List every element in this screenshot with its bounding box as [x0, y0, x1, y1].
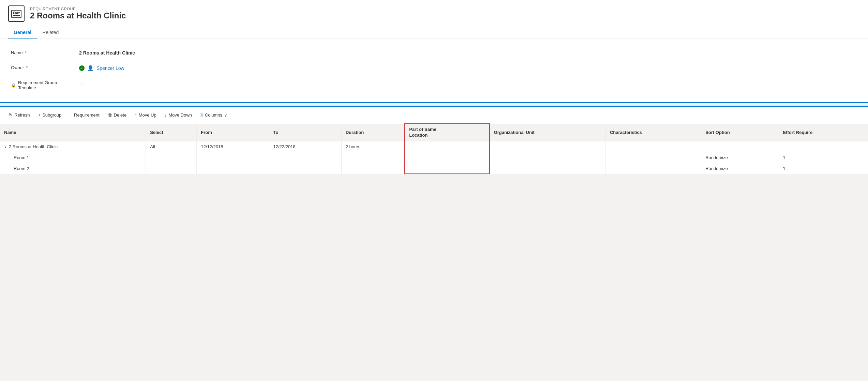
requirement-add-icon: + — [70, 112, 73, 118]
header-subtitle: REQUIREMENT GROUP — [30, 7, 126, 11]
form-label-template: 🔒 Requirement GroupTemplate — [11, 79, 79, 90]
columns-label: Columns — [205, 112, 222, 118]
cell-room1-org-unit — [490, 152, 606, 163]
columns-chevron-icon: ∨ — [224, 112, 227, 118]
delete-button[interactable]: 🗑 Delete — [104, 110, 130, 120]
move-down-icon: ↓ — [165, 112, 167, 118]
cell-room2-name: Room 2 — [0, 163, 146, 174]
cell-room2-org-unit — [490, 163, 606, 174]
col-header-part-of-same: Part of Same Location — [405, 124, 489, 141]
col-header-select: Select — [146, 124, 197, 141]
cell-room2-to — [269, 163, 341, 174]
move-down-label: Move Down — [168, 112, 192, 118]
col-header-to: To — [269, 124, 341, 141]
cell-room2-select — [146, 163, 197, 174]
delete-label: Delete — [114, 112, 127, 118]
refresh-label: Refresh — [14, 112, 30, 118]
data-table: Name Select From To Duration Part of Sam… — [0, 123, 868, 174]
cell-room1-name: Room 1 — [0, 152, 146, 163]
subgroup-button[interactable]: + Subgroup — [35, 110, 65, 120]
cell-group-part-of-same — [405, 141, 489, 152]
columns-filter-icon: ⧖ — [200, 112, 203, 118]
room2-name-value: Room 2 — [4, 166, 29, 171]
cell-group-duration: 2 hours — [341, 141, 405, 152]
form-value-name[interactable]: 2 Rooms at Health Clinic — [79, 49, 857, 56]
cell-room2-part-of-same — [405, 163, 489, 174]
svg-point-1 — [13, 12, 15, 14]
col-header-duration: Duration — [341, 124, 405, 141]
col-header-org-unit: Organizational Unit — [490, 124, 606, 141]
refresh-button[interactable]: ↻ Refresh — [5, 110, 33, 120]
cell-group-sort-option — [701, 141, 779, 152]
tabs-bar: General Related — [0, 26, 868, 39]
table-wrapper: Name Select From To Duration Part of Sam… — [0, 123, 868, 174]
requirement-label: Requirement — [74, 112, 99, 118]
form-value-template[interactable]: --- — [79, 79, 857, 86]
cell-room2-duration — [341, 163, 405, 174]
chevron-down-icon: ∨ — [4, 144, 7, 149]
table-header-row: Name Select From To Duration Part of Sam… — [0, 124, 868, 141]
header-text: REQUIREMENT GROUP 2 Rooms at Health Clin… — [30, 7, 126, 20]
tab-related[interactable]: Related — [37, 26, 64, 39]
cell-room1-duration — [341, 152, 405, 163]
form-row-owner: Owner * 👤 Spencer Low — [11, 61, 857, 76]
col-header-from: From — [197, 124, 269, 141]
room1-name-value: Room 1 — [4, 155, 29, 160]
form-label-owner: Owner * — [11, 64, 79, 70]
cell-room2-sort-option: Randomize — [701, 163, 779, 174]
refresh-icon: ↻ — [9, 112, 13, 118]
requirement-button[interactable]: + Requirement — [66, 110, 103, 120]
form-row-name: Name * 2 Rooms at Health Clinic — [11, 46, 857, 61]
grid-toolbar: ↻ Refresh + Subgroup + Requirement 🗑 Del… — [0, 107, 868, 123]
page-header: REQUIREMENT GROUP 2 Rooms at Health Clin… — [0, 0, 868, 26]
col-header-characteristics: Characteristics — [605, 124, 701, 141]
cell-room1-to — [269, 152, 341, 163]
cell-room2-characteristics — [605, 163, 701, 174]
header-icon — [8, 5, 25, 22]
cell-room1-from — [197, 152, 269, 163]
cell-room1-select — [146, 152, 197, 163]
cell-room1-characteristics — [605, 152, 701, 163]
form-value-owner[interactable]: 👤 Spencer Low — [79, 64, 857, 71]
owner-status-dot — [79, 65, 85, 71]
name-value: 2 Rooms at Health Clinic — [79, 50, 135, 56]
subgroup-icon: + — [38, 112, 41, 118]
name-label-text: Name — [11, 50, 23, 55]
cell-room1-sort-option: Randomize — [701, 152, 779, 163]
template-value: --- — [79, 80, 84, 86]
col-header-sort-option: Sort Option — [701, 124, 779, 141]
cell-group-select: All — [146, 141, 197, 152]
name-required: * — [25, 50, 27, 55]
cell-room1-effort-required: 1 — [779, 152, 868, 163]
move-up-button[interactable]: ↑ Move Up — [131, 110, 160, 120]
cell-group-effort-required — [779, 141, 868, 152]
col-header-effort-required: Effort Require — [779, 124, 868, 141]
cell-room1-part-of-same — [405, 152, 489, 163]
columns-button[interactable]: ⧖ Columns ∨ — [197, 110, 231, 120]
lock-icon: 🔒 — [11, 83, 16, 88]
owner-label-text: Owner — [11, 65, 24, 70]
subgroup-label: Subgroup — [42, 112, 61, 118]
table-row[interactable]: ∨ 2 Rooms at Health Clinic All 12/12/201… — [0, 141, 868, 152]
form-row-template: 🔒 Requirement GroupTemplate --- — [11, 76, 857, 94]
cell-group-to: 12/22/2018 — [269, 141, 341, 152]
header-title: 2 Rooms at Health Clinic — [30, 11, 126, 20]
tab-general[interactable]: General — [8, 26, 37, 39]
form-section: Name * 2 Rooms at Health Clinic Owner * … — [0, 39, 868, 103]
delete-icon: 🗑 — [108, 112, 112, 118]
move-down-button[interactable]: ↓ Move Down — [161, 110, 195, 120]
cell-room2-effort-required: 1 — [779, 163, 868, 174]
grid-section: ↻ Refresh + Subgroup + Requirement 🗑 Del… — [0, 106, 868, 174]
table-row[interactable]: Room 1 Randomize 1 — [0, 152, 868, 163]
col-header-name: Name — [0, 124, 146, 141]
move-up-label: Move Up — [139, 112, 156, 118]
cell-group-org-unit — [490, 141, 606, 152]
move-up-icon: ↑ — [135, 112, 137, 118]
template-label-text: Requirement GroupTemplate — [18, 80, 57, 90]
owner-value: Spencer Low — [96, 65, 124, 71]
cell-room2-from — [197, 163, 269, 174]
owner-required: * — [26, 65, 28, 70]
cell-group-from: 12/12/2018 — [197, 141, 269, 152]
table-row[interactable]: Room 2 Randomize 1 — [0, 163, 868, 174]
group-name-value: 2 Rooms at Health Clinic — [9, 144, 58, 149]
